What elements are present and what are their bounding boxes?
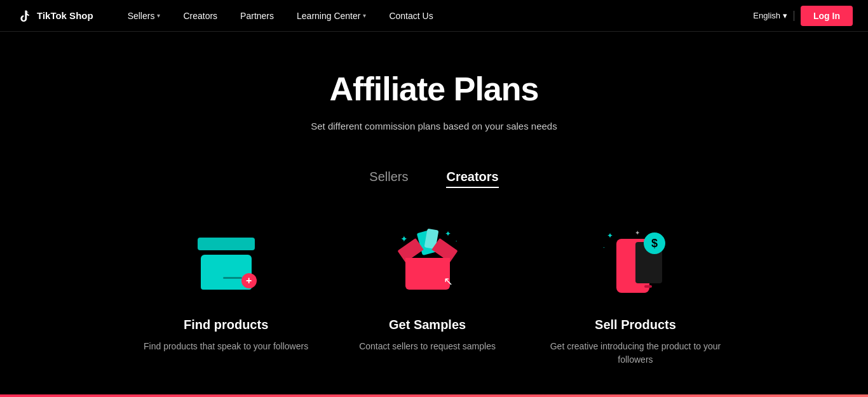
sparkle-icon-1: ✦	[400, 234, 408, 244]
hero-subtitle: Set different commission plans based on …	[13, 121, 855, 131]
card-get-samples: ✦ ✦ · ↖ Get Samples Contact sellers to r…	[359, 220, 496, 353]
login-button[interactable]: Log In	[801, 6, 853, 26]
card-sell-products: ✦ · ✦ $ Sell Products Get creative intro…	[546, 220, 724, 367]
nav-links: Sellers ▾ Creators Partners Learning Cen…	[116, 0, 754, 32]
hero-title: Affiliate Plans	[13, 70, 855, 108]
nav-learning-center[interactable]: Learning Center ▾	[285, 0, 377, 32]
sell-products-desc: Get creative introducing the product to …	[546, 340, 724, 367]
nav-creators[interactable]: Creators	[172, 0, 229, 32]
sell-sparkle-icon-2: ·	[603, 244, 605, 251]
sparkle-icon-2: ✦	[445, 229, 451, 238]
tab-creators[interactable]: Creators	[446, 170, 498, 188]
sell-products-icon-area: ✦ · ✦ $	[594, 220, 677, 302]
find-products-icon-area: +	[185, 220, 268, 302]
tiktok-logo-icon	[15, 7, 33, 25]
dollar-circle-icon: $	[644, 232, 665, 254]
box-line-shape	[223, 277, 242, 279]
learning-center-chevron-icon: ▾	[363, 12, 366, 19]
cursor-icon: ↖	[444, 274, 453, 288]
sellers-chevron-icon: ▾	[157, 12, 160, 19]
get-samples-title: Get Samples	[389, 318, 466, 332]
cards-container: + Find products Find products that speak…	[0, 220, 868, 397]
bottom-accent-bar	[0, 394, 868, 397]
get-samples-icon: ✦ ✦ · ↖	[393, 226, 463, 296]
nav-right: English ▾ Log In	[753, 6, 853, 26]
sparkle-icon-3: ·	[456, 238, 458, 245]
svg-point-0	[15, 7, 33, 25]
get-samples-icon-area: ✦ ✦ · ↖	[386, 220, 469, 302]
sell-products-icon: ✦ · ✦ $	[600, 226, 670, 296]
hero-section: Affiliate Plans Set different commission…	[0, 32, 868, 144]
navbar: TikTok Shop Sellers ▾ Creators Partners …	[0, 0, 868, 32]
logo[interactable]: TikTok Shop	[15, 7, 93, 25]
phone-button-shape	[644, 285, 652, 288]
nav-contact-us[interactable]: Contact Us	[377, 0, 444, 32]
find-products-icon: +	[194, 232, 258, 290]
sell-products-title: Sell Products	[595, 318, 676, 332]
card-find-products: + Find products Find products that speak…	[144, 220, 308, 353]
language-selector[interactable]: English ▾	[753, 11, 787, 20]
sell-sparkle-icon-3: ✦	[635, 229, 640, 236]
nav-divider	[794, 11, 794, 21]
nav-sellers[interactable]: Sellers ▾	[116, 0, 172, 32]
box-lid-shape	[198, 238, 255, 250]
logo-text: TikTok Shop	[37, 10, 93, 21]
find-products-desc: Find products that speak to your followe…	[144, 340, 308, 353]
plus-badge-icon: +	[241, 273, 257, 288]
language-chevron-icon: ▾	[783, 11, 787, 20]
sell-sparkle-icon-1: ✦	[607, 231, 613, 240]
language-label: English	[753, 11, 780, 20]
tab-sellers[interactable]: Sellers	[369, 170, 408, 188]
get-samples-desc: Contact sellers to request samples	[359, 340, 496, 353]
find-products-title: Find products	[184, 318, 268, 332]
nav-partners[interactable]: Partners	[229, 0, 285, 32]
tabs-container: Sellers Creators	[0, 170, 868, 188]
